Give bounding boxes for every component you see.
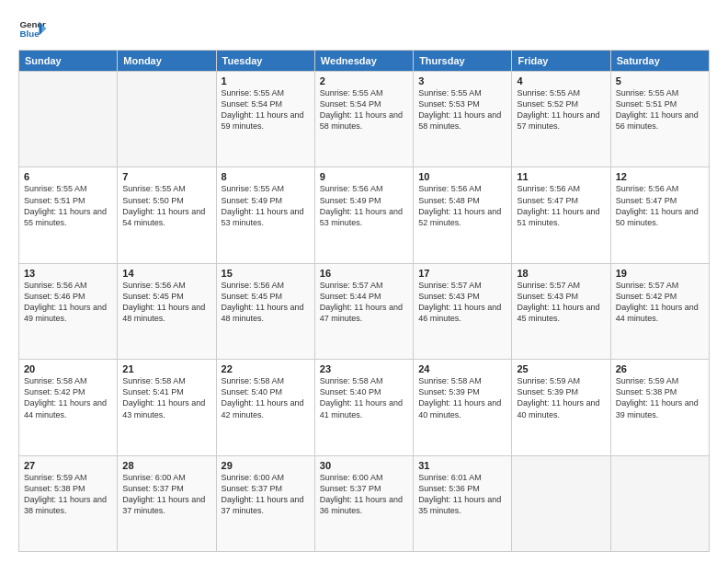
calendar-cell: 22Sunrise: 5:58 AM Sunset: 5:40 PM Dayli… <box>216 360 314 455</box>
day-info: Sunrise: 5:57 AM Sunset: 5:43 PM Dayligh… <box>418 280 506 325</box>
day-number: 28 <box>122 460 210 471</box>
day-info: Sunrise: 5:57 AM Sunset: 5:44 PM Dayligh… <box>320 280 408 325</box>
calendar-cell: 11Sunrise: 5:56 AM Sunset: 5:47 PM Dayli… <box>512 167 610 263</box>
day-number: 21 <box>122 363 210 374</box>
column-header-wednesday: Wednesday <box>314 51 413 72</box>
calendar-cell: 4Sunrise: 5:55 AM Sunset: 5:52 PM Daylig… <box>512 72 610 167</box>
calendar-week-1: 1Sunrise: 5:55 AM Sunset: 5:54 PM Daylig… <box>19 72 710 167</box>
day-info: Sunrise: 5:56 AM Sunset: 5:49 PM Dayligh… <box>320 183 408 228</box>
day-number: 7 <box>122 171 210 182</box>
calendar-header-row: SundayMondayTuesdayWednesdayThursdayFrid… <box>19 51 710 72</box>
calendar-cell: 6Sunrise: 5:55 AM Sunset: 5:51 PM Daylig… <box>19 167 118 263</box>
day-number: 22 <box>222 363 310 374</box>
calendar-table: SundayMondayTuesdayWednesdayThursdayFrid… <box>18 50 710 552</box>
calendar-week-4: 20Sunrise: 5:58 AM Sunset: 5:42 PM Dayli… <box>19 360 710 455</box>
calendar-cell: 10Sunrise: 5:56 AM Sunset: 5:48 PM Dayli… <box>414 167 512 263</box>
day-info: Sunrise: 5:55 AM Sunset: 5:54 PM Dayligh… <box>222 87 310 132</box>
day-number: 24 <box>418 363 506 374</box>
day-info: Sunrise: 5:55 AM Sunset: 5:49 PM Dayligh… <box>222 183 310 228</box>
calendar-cell: 3Sunrise: 5:55 AM Sunset: 5:53 PM Daylig… <box>414 72 512 167</box>
day-number: 12 <box>616 171 704 182</box>
day-info: Sunrise: 5:59 AM Sunset: 5:38 PM Dayligh… <box>24 472 112 517</box>
day-number: 8 <box>222 171 310 182</box>
day-number: 10 <box>418 171 506 182</box>
day-info: Sunrise: 5:56 AM Sunset: 5:48 PM Dayligh… <box>418 183 506 228</box>
day-info: Sunrise: 5:55 AM Sunset: 5:54 PM Dayligh… <box>320 87 408 132</box>
day-number: 9 <box>320 171 408 182</box>
calendar-cell: 29Sunrise: 6:00 AM Sunset: 5:37 PM Dayli… <box>216 455 314 551</box>
day-number: 5 <box>616 75 704 86</box>
calendar-cell: 27Sunrise: 5:59 AM Sunset: 5:38 PM Dayli… <box>19 455 118 551</box>
day-info: Sunrise: 5:56 AM Sunset: 5:45 PM Dayligh… <box>122 280 210 325</box>
column-header-sunday: Sunday <box>19 51 118 72</box>
day-number: 13 <box>24 268 112 279</box>
day-info: Sunrise: 5:58 AM Sunset: 5:40 PM Dayligh… <box>222 375 310 420</box>
day-info: Sunrise: 6:01 AM Sunset: 5:36 PM Dayligh… <box>418 472 506 517</box>
logo-icon: General Blue <box>18 15 46 42</box>
day-info: Sunrise: 5:58 AM Sunset: 5:40 PM Dayligh… <box>320 375 408 420</box>
svg-text:Blue: Blue <box>20 29 40 39</box>
day-info: Sunrise: 5:56 AM Sunset: 5:47 PM Dayligh… <box>517 183 605 228</box>
day-number: 27 <box>24 460 112 471</box>
calendar-cell: 20Sunrise: 5:58 AM Sunset: 5:42 PM Dayli… <box>19 360 118 455</box>
day-info: Sunrise: 5:56 AM Sunset: 5:47 PM Dayligh… <box>616 183 704 228</box>
calendar-cell <box>512 455 610 551</box>
day-number: 15 <box>222 268 310 279</box>
day-info: Sunrise: 5:58 AM Sunset: 5:41 PM Dayligh… <box>122 375 210 420</box>
calendar-cell: 12Sunrise: 5:56 AM Sunset: 5:47 PM Dayli… <box>610 167 709 263</box>
day-info: Sunrise: 6:00 AM Sunset: 5:37 PM Dayligh… <box>320 472 408 517</box>
day-info: Sunrise: 5:55 AM Sunset: 5:51 PM Dayligh… <box>24 183 112 228</box>
calendar-cell <box>118 72 216 167</box>
day-number: 18 <box>517 268 605 279</box>
column-header-thursday: Thursday <box>414 51 512 72</box>
calendar-week-5: 27Sunrise: 5:59 AM Sunset: 5:38 PM Dayli… <box>19 455 710 551</box>
day-info: Sunrise: 5:57 AM Sunset: 5:42 PM Dayligh… <box>616 280 704 325</box>
calendar-cell: 18Sunrise: 5:57 AM Sunset: 5:43 PM Dayli… <box>512 263 610 359</box>
calendar-cell: 26Sunrise: 5:59 AM Sunset: 5:38 PM Dayli… <box>610 360 709 455</box>
day-info: Sunrise: 5:55 AM Sunset: 5:52 PM Dayligh… <box>517 87 605 132</box>
day-number: 17 <box>418 268 506 279</box>
day-number: 23 <box>320 363 408 374</box>
day-number: 2 <box>320 75 408 86</box>
day-number: 31 <box>418 460 506 471</box>
calendar-cell: 30Sunrise: 6:00 AM Sunset: 5:37 PM Dayli… <box>314 455 413 551</box>
logo: General Blue <box>18 15 46 42</box>
calendar-cell: 5Sunrise: 5:55 AM Sunset: 5:51 PM Daylig… <box>610 72 709 167</box>
calendar-cell: 16Sunrise: 5:57 AM Sunset: 5:44 PM Dayli… <box>314 263 413 359</box>
column-header-tuesday: Tuesday <box>216 51 314 72</box>
calendar-cell: 14Sunrise: 5:56 AM Sunset: 5:45 PM Dayli… <box>118 263 216 359</box>
calendar-cell: 21Sunrise: 5:58 AM Sunset: 5:41 PM Dayli… <box>118 360 216 455</box>
calendar-cell: 13Sunrise: 5:56 AM Sunset: 5:46 PM Dayli… <box>19 263 118 359</box>
column-header-monday: Monday <box>118 51 216 72</box>
day-number: 20 <box>24 363 112 374</box>
calendar-cell: 19Sunrise: 5:57 AM Sunset: 5:42 PM Dayli… <box>610 263 709 359</box>
header: General Blue <box>18 15 710 42</box>
calendar-cell <box>19 72 118 167</box>
column-header-friday: Friday <box>512 51 610 72</box>
calendar-cell: 15Sunrise: 5:56 AM Sunset: 5:45 PM Dayli… <box>216 263 314 359</box>
day-number: 16 <box>320 268 408 279</box>
day-info: Sunrise: 5:55 AM Sunset: 5:50 PM Dayligh… <box>122 183 210 228</box>
day-number: 25 <box>517 363 605 374</box>
day-info: Sunrise: 5:56 AM Sunset: 5:46 PM Dayligh… <box>24 280 112 325</box>
day-number: 11 <box>517 171 605 182</box>
calendar-cell: 7Sunrise: 5:55 AM Sunset: 5:50 PM Daylig… <box>118 167 216 263</box>
day-number: 6 <box>24 171 112 182</box>
day-info: Sunrise: 6:00 AM Sunset: 5:37 PM Dayligh… <box>222 472 310 517</box>
calendar-week-3: 13Sunrise: 5:56 AM Sunset: 5:46 PM Dayli… <box>19 263 710 359</box>
calendar-cell: 17Sunrise: 5:57 AM Sunset: 5:43 PM Dayli… <box>414 263 512 359</box>
day-number: 29 <box>222 460 310 471</box>
calendar-cell <box>610 455 709 551</box>
column-header-saturday: Saturday <box>610 51 709 72</box>
calendar-cell: 1Sunrise: 5:55 AM Sunset: 5:54 PM Daylig… <box>216 72 314 167</box>
calendar-week-2: 6Sunrise: 5:55 AM Sunset: 5:51 PM Daylig… <box>19 167 710 263</box>
calendar-cell: 25Sunrise: 5:59 AM Sunset: 5:39 PM Dayli… <box>512 360 610 455</box>
day-info: Sunrise: 5:58 AM Sunset: 5:42 PM Dayligh… <box>24 375 112 420</box>
day-number: 26 <box>616 363 704 374</box>
calendar-cell: 28Sunrise: 6:00 AM Sunset: 5:37 PM Dayli… <box>118 455 216 551</box>
day-info: Sunrise: 6:00 AM Sunset: 5:37 PM Dayligh… <box>122 472 210 517</box>
day-number: 30 <box>320 460 408 471</box>
day-number: 19 <box>616 268 704 279</box>
day-number: 4 <box>517 75 605 86</box>
day-number: 3 <box>418 75 506 86</box>
